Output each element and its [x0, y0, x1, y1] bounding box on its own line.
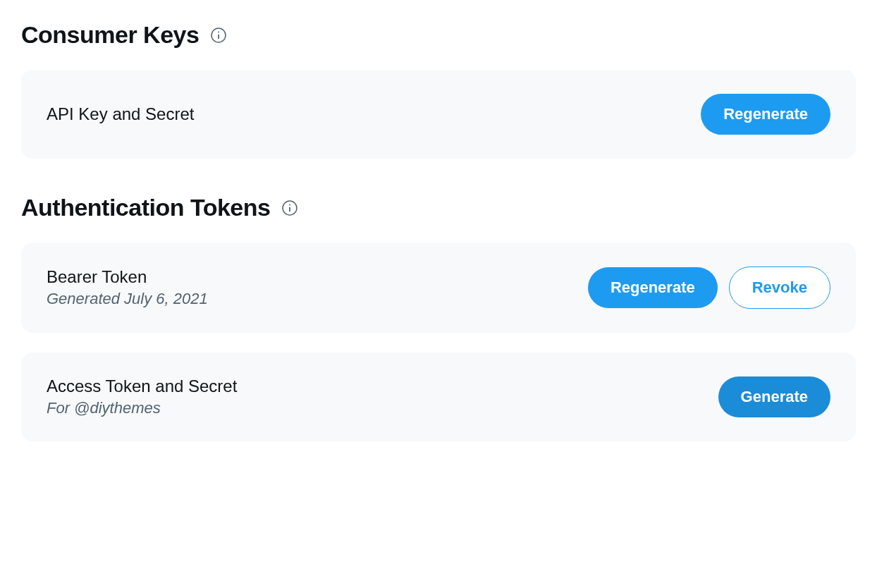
api-key-actions: Regenerate — [701, 94, 830, 135]
bearer-token-card: Bearer Token Generated July 6, 2021 Rege… — [21, 243, 856, 333]
auth-tokens-header: Authentication Tokens — [21, 194, 856, 221]
generate-access-token-button[interactable]: Generate — [718, 376, 830, 417]
info-icon[interactable] — [281, 200, 298, 216]
regenerate-bearer-token-button[interactable]: Regenerate — [588, 267, 718, 308]
access-token-title: Access Token and Secret — [47, 376, 237, 396]
svg-point-2 — [218, 31, 219, 32]
revoke-bearer-token-button[interactable]: Revoke — [729, 267, 830, 309]
api-key-info: API Key and Secret — [47, 104, 194, 124]
bearer-token-title: Bearer Token — [47, 267, 208, 287]
auth-tokens-title: Authentication Tokens — [21, 194, 270, 221]
consumer-keys-header: Consumer Keys — [21, 21, 856, 49]
access-token-info: Access Token and Secret For @diythemes — [47, 376, 237, 417]
bearer-token-info: Bearer Token Generated July 6, 2021 — [47, 267, 208, 308]
regenerate-api-key-button[interactable]: Regenerate — [701, 94, 830, 135]
api-key-card: API Key and Secret Regenerate — [21, 70, 856, 159]
access-token-actions: Generate — [718, 376, 830, 417]
bearer-token-actions: Regenerate Revoke — [588, 267, 830, 309]
access-token-card: Access Token and Secret For @diythemes G… — [21, 353, 856, 441]
consumer-keys-section: Consumer Keys API Key and Secret Regener… — [21, 21, 856, 159]
auth-tokens-section: Authentication Tokens Bearer Token Gener… — [21, 194, 856, 441]
info-icon[interactable] — [210, 27, 227, 44]
svg-point-5 — [290, 204, 291, 205]
access-token-subtitle: For @diythemes — [47, 399, 237, 417]
consumer-keys-title: Consumer Keys — [21, 21, 199, 49]
bearer-token-subtitle: Generated July 6, 2021 — [47, 290, 208, 308]
api-key-title: API Key and Secret — [47, 104, 194, 124]
